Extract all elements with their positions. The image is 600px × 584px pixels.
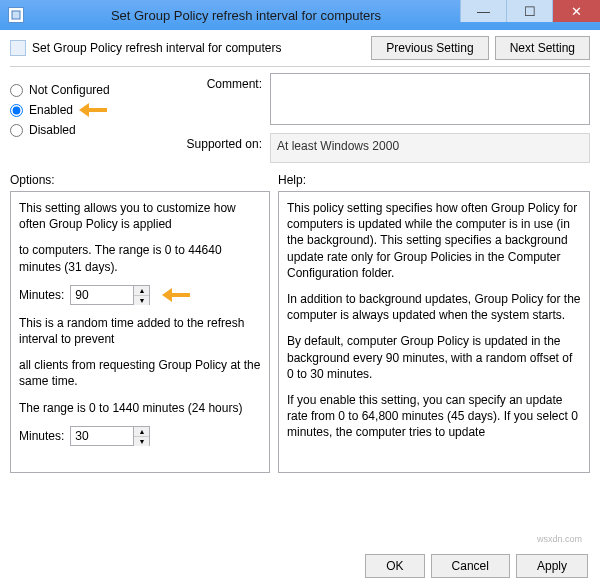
- radio-disabled-label[interactable]: Disabled: [29, 123, 76, 137]
- radio-not-configured-label[interactable]: Not Configured: [29, 83, 110, 97]
- supported-on-label: Supported on:: [170, 133, 270, 151]
- maximize-button[interactable]: ☐: [506, 0, 552, 22]
- options-panel: This setting allows you to customize how…: [10, 191, 270, 473]
- ok-button[interactable]: OK: [365, 554, 424, 578]
- comment-label: Comment:: [170, 73, 270, 91]
- cancel-button[interactable]: Cancel: [431, 554, 510, 578]
- svg-rect-0: [12, 11, 20, 19]
- minutes-offset-spinner[interactable]: ▲▼: [70, 426, 150, 446]
- minutes-offset-label: Minutes:: [19, 428, 64, 444]
- options-text: all clients from requesting Group Policy…: [19, 357, 261, 389]
- spinner-down-icon[interactable]: ▼: [134, 296, 149, 305]
- titlebar: Set Group Policy refresh interval for co…: [0, 0, 600, 30]
- radio-enabled[interactable]: [10, 104, 23, 117]
- apply-button[interactable]: Apply: [516, 554, 588, 578]
- help-label: Help:: [278, 173, 590, 187]
- close-button[interactable]: ✕: [552, 0, 600, 22]
- policy-icon: [10, 40, 26, 56]
- options-text: to computers. The range is 0 to 44640 mi…: [19, 242, 261, 274]
- options-text: The range is 0 to 1440 minutes (24 hours…: [19, 400, 261, 416]
- supported-on-value: At least Windows 2000: [270, 133, 590, 163]
- radio-not-configured[interactable]: [10, 84, 23, 97]
- options-text: This is a random time added to the refre…: [19, 315, 261, 347]
- minutes-label: Minutes:: [19, 287, 64, 303]
- spinner-down-icon[interactable]: ▼: [134, 437, 149, 446]
- annotation-arrow: [162, 288, 196, 302]
- spinner-up-icon[interactable]: ▲: [134, 427, 149, 437]
- radio-enabled-label[interactable]: Enabled: [29, 103, 73, 117]
- minutes-spinner[interactable]: ▲▼: [70, 285, 150, 305]
- next-setting-button[interactable]: Next Setting: [495, 36, 590, 60]
- spinner-up-icon[interactable]: ▲: [134, 286, 149, 296]
- help-text: By default, computer Group Policy is upd…: [287, 333, 581, 382]
- minutes-input[interactable]: [71, 286, 133, 304]
- help-text: In addition to background updates, Group…: [287, 291, 581, 323]
- radio-disabled[interactable]: [10, 124, 23, 137]
- watermark: wsxdn.com: [537, 534, 582, 544]
- previous-setting-button[interactable]: Previous Setting: [371, 36, 488, 60]
- options-label: Options:: [10, 173, 270, 187]
- help-text: If you enable this setting, you can spec…: [287, 392, 581, 441]
- policy-icon: [8, 7, 24, 23]
- annotation-arrow: [79, 103, 113, 117]
- window-title: Set Group Policy refresh interval for co…: [32, 8, 460, 23]
- options-text: This setting allows you to customize how…: [19, 200, 261, 232]
- minutes-offset-input[interactable]: [71, 427, 133, 445]
- minimize-button[interactable]: —: [460, 0, 506, 22]
- divider: [10, 66, 590, 67]
- dialog-footer: OK Cancel Apply: [365, 554, 588, 578]
- page-title: Set Group Policy refresh interval for co…: [32, 41, 365, 55]
- help-text: This policy setting specifies how often …: [287, 200, 581, 281]
- help-panel: This policy setting specifies how often …: [278, 191, 590, 473]
- comment-textarea[interactable]: [270, 73, 590, 125]
